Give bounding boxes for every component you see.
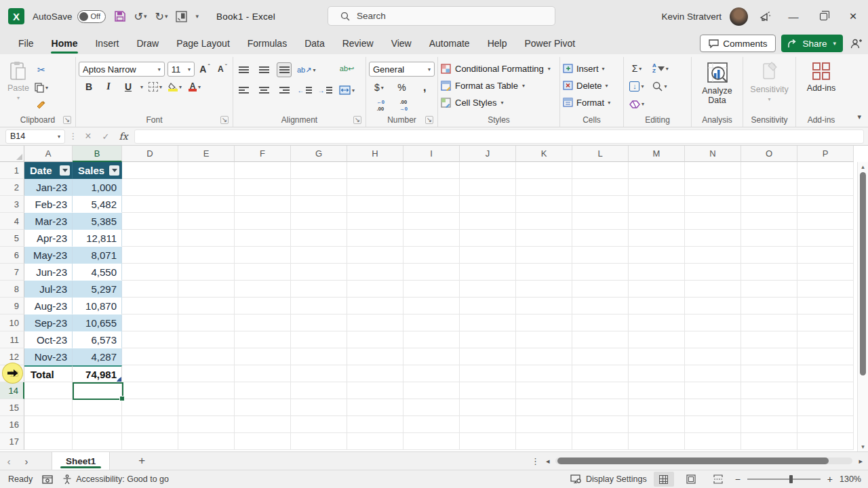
cell-B5[interactable]: 12,811 (73, 230, 122, 247)
cell-J2[interactable] (460, 179, 516, 196)
shrink-font-button[interactable]: Aˇ (215, 62, 230, 77)
cell-E6[interactable] (178, 247, 235, 264)
row-header-4[interactable]: 4 (0, 213, 24, 230)
row-header-14[interactable]: 14 (0, 382, 24, 399)
cell-I11[interactable] (403, 331, 460, 348)
cell-B7[interactable]: 4,550 (73, 264, 122, 281)
cell-M11[interactable] (629, 331, 685, 348)
vertical-scrollbar[interactable]: ▴ ▾ (857, 162, 868, 451)
cell-J7[interactable] (460, 264, 516, 281)
cell-I12[interactable] (403, 348, 460, 365)
cell-B17[interactable] (73, 433, 122, 450)
share-button[interactable]: Share ▾ (781, 35, 843, 52)
touch-mouse-mode-icon[interactable] (176, 11, 187, 22)
cell-J6[interactable] (460, 247, 516, 264)
cell-A5[interactable]: Apr-23 (24, 230, 73, 247)
format-as-table-dropdown-icon[interactable]: ▾ (522, 83, 525, 89)
cell-K16[interactable] (516, 416, 572, 433)
find-select-button[interactable]: ▾ (652, 79, 667, 94)
cell-D6[interactable] (122, 247, 178, 264)
cell-P16[interactable] (797, 416, 854, 433)
cell-P17[interactable] (797, 433, 854, 450)
cell-K1[interactable] (516, 162, 572, 179)
cell-F9[interactable] (235, 298, 291, 314)
find-select-dropdown-icon[interactable]: ▾ (664, 83, 667, 89)
cell-E14[interactable] (178, 382, 235, 399)
cell-P10[interactable] (797, 314, 854, 331)
cell-A10[interactable]: Sep-23 (24, 314, 73, 331)
cell-M3[interactable] (629, 196, 685, 213)
cell-O15[interactable] (741, 399, 797, 416)
cell-G4[interactable] (291, 213, 347, 230)
comments-button[interactable]: Comments (700, 35, 776, 52)
cell-L14[interactable] (572, 382, 629, 399)
cell-O5[interactable] (741, 230, 797, 247)
clear-button[interactable]: ▾ (629, 96, 644, 111)
cell-F15[interactable] (235, 399, 291, 416)
cell-J10[interactable] (460, 314, 516, 331)
accounting-dropdown-icon[interactable]: ▾ (381, 85, 384, 91)
cell-H7[interactable] (347, 264, 403, 281)
cell-F1[interactable] (235, 162, 291, 179)
cell-B11[interactable]: 6,573 (73, 331, 122, 348)
format-dropdown-icon[interactable]: ▾ (608, 100, 610, 106)
tab-view[interactable]: View (382, 33, 420, 54)
cell-J3[interactable] (460, 196, 516, 213)
decrease-decimal-button[interactable]: .00→0 (396, 98, 411, 113)
cell-I13[interactable] (403, 365, 460, 382)
cell-L6[interactable] (572, 247, 629, 264)
cancel-button[interactable]: × (81, 130, 95, 142)
cell-P1[interactable] (797, 162, 854, 179)
tab-file[interactable]: File (9, 33, 43, 54)
cell-M8[interactable] (629, 281, 685, 298)
cell-N12[interactable] (685, 348, 741, 365)
tab-splitter-handle[interactable]: ⋮ (531, 456, 540, 466)
row-header-9[interactable]: 9 (0, 298, 24, 314)
format-cells-button[interactable]: Format ▾ (563, 95, 610, 110)
column-header-E[interactable]: E (178, 146, 235, 162)
cell-G6[interactable] (291, 247, 347, 264)
cell-E9[interactable] (178, 298, 235, 314)
cell-L17[interactable] (572, 433, 629, 450)
cell-I9[interactable] (403, 298, 460, 314)
cell-F13[interactable] (235, 365, 291, 382)
cell-E12[interactable] (178, 348, 235, 365)
cell-G9[interactable] (291, 298, 347, 314)
autosave-toggle[interactable]: Off (77, 10, 106, 23)
row-header-10[interactable]: 10 (0, 314, 24, 331)
cell-J1[interactable] (460, 162, 516, 179)
cell-E2[interactable] (178, 179, 235, 196)
cell-G13[interactable] (291, 365, 347, 382)
cell-G7[interactable] (291, 264, 347, 281)
cell-L15[interactable] (572, 399, 629, 416)
delete-cells-button[interactable]: Delete ▾ (563, 78, 610, 93)
cell-B2[interactable]: 1,000 (73, 179, 122, 196)
tab-help[interactable]: Help (479, 33, 516, 54)
cell-I3[interactable] (403, 196, 460, 213)
cell-N8[interactable] (685, 281, 741, 298)
tab-formulas[interactable]: Formulas (239, 33, 296, 54)
cell-H15[interactable] (347, 399, 403, 416)
cell-L8[interactable] (572, 281, 629, 298)
cell-B6[interactable]: 8,071 (73, 247, 122, 264)
comma-style-button[interactable]: , (417, 80, 432, 95)
cell-O3[interactable] (741, 196, 797, 213)
cell-L4[interactable] (572, 213, 629, 230)
tab-insert[interactable]: Insert (86, 33, 127, 54)
cell-K15[interactable] (516, 399, 572, 416)
cell-B10[interactable]: 10,655 (73, 314, 122, 331)
number-format-combo[interactable]: General ▾ (369, 62, 435, 77)
conditional-formatting-button[interactable]: Conditional Formatting ▾ (441, 61, 551, 76)
cell-J8[interactable] (460, 281, 516, 298)
tab-home[interactable]: Home (43, 33, 87, 54)
formula-input[interactable] (134, 129, 864, 144)
italic-button[interactable]: I (101, 79, 116, 94)
row-header-7[interactable]: 7 (0, 264, 24, 281)
restore-button[interactable] (808, 0, 838, 33)
cell-H17[interactable] (347, 433, 403, 450)
cell-M5[interactable] (629, 230, 685, 247)
cell-D17[interactable] (122, 433, 178, 450)
wrap-text-button[interactable]: ab↩ (339, 61, 355, 76)
undo-dropdown-icon[interactable]: ▾ (144, 13, 147, 20)
cell-N7[interactable] (685, 264, 741, 281)
